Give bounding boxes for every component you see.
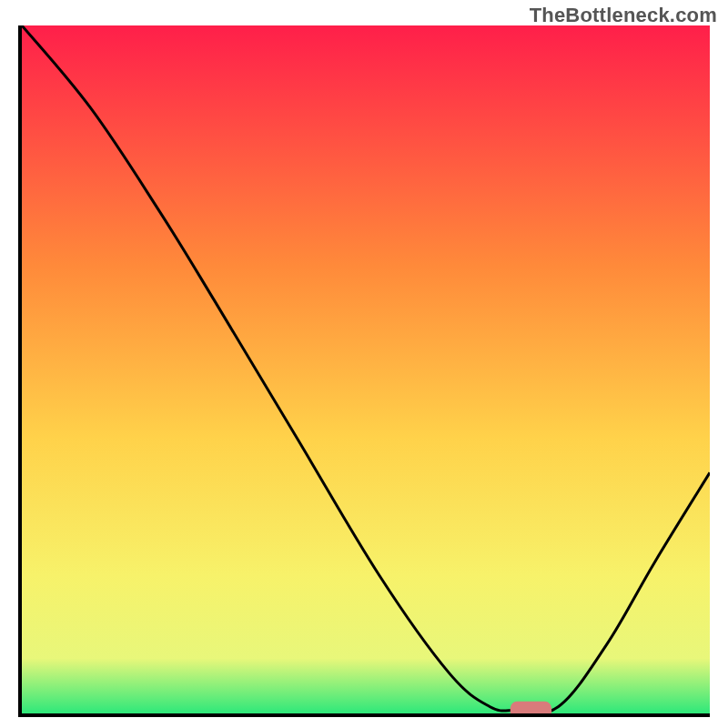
- gradient-background: [22, 25, 710, 713]
- optimal-point-marker: [511, 702, 551, 713]
- chart-container: TheBottleneck.com: [0, 0, 728, 728]
- plot-area: [22, 25, 710, 713]
- watermark-text: TheBottleneck.com: [530, 4, 717, 27]
